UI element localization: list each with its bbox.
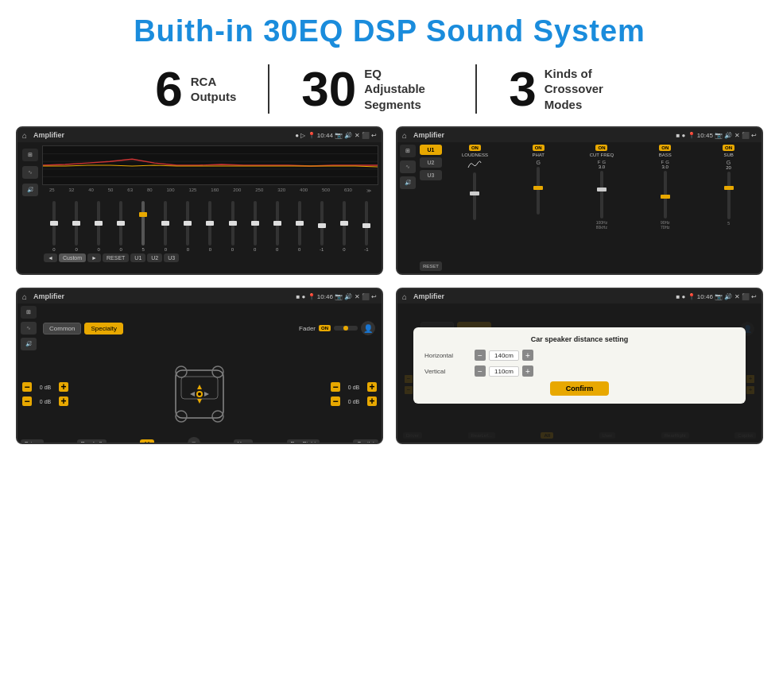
fader-icon-speaker[interactable]: 🔊	[21, 338, 37, 350]
preset-buttons: U1 U2 U3 RESET	[420, 145, 442, 271]
eq-slider-9[interactable]: 0	[223, 201, 243, 252]
profile-icon[interactable]: 👤	[361, 321, 375, 335]
crossover-icon-wave[interactable]: ∿	[400, 160, 416, 173]
home-icon-4[interactable]: ⌂	[402, 292, 407, 301]
eq-slider-11[interactable]: 0	[267, 201, 288, 252]
preset-u2[interactable]: U2	[420, 157, 442, 168]
btn-rearright[interactable]: RearRight	[287, 439, 320, 445]
stat-rca: 6 RCAOutputs	[123, 64, 269, 114]
stat-crossover: 3 Kinds ofCrossover Modes	[477, 64, 655, 114]
eq-slider-8[interactable]: 0	[200, 201, 220, 252]
crossover-icon-speaker[interactable]: 🔊	[400, 176, 416, 189]
eq-slider-1[interactable]: 0	[44, 201, 64, 252]
cutfreq-slider[interactable]	[600, 171, 603, 219]
svg-marker-12	[197, 385, 202, 389]
fader-label: Fader	[299, 325, 316, 332]
tab-common[interactable]: Common	[43, 323, 81, 335]
horizontal-stepper: − 140cm +	[475, 350, 533, 361]
eq-u2-btn[interactable]: U2	[147, 253, 162, 262]
fader-icon-settings[interactable]: ⊞	[21, 306, 37, 319]
eq-icon-settings[interactable]: ⊞	[22, 149, 38, 161]
crossover-params-area: ON LOUDNESS ON PHAT G	[444, 145, 759, 271]
eq-slider-10[interactable]: 0	[245, 201, 265, 252]
eq-slider-13[interactable]: -1	[312, 201, 332, 252]
eq-content: 2532405063 80100125160200 25032040050063…	[42, 145, 378, 272]
tab-specialty[interactable]: Specialty	[84, 323, 122, 335]
status-bar-3: ⌂ Amplifier ■ ● 📍 10:46 📷 🔊 ✕ ⬛ ↩	[17, 289, 382, 304]
home-icon-3[interactable]: ⌂	[22, 292, 27, 301]
status-bar-1: ⌂ Amplifier ● ▷ 📍 10:44 📷 🔊 ✕ ⬛ ↩	[17, 128, 382, 142]
car-diagram-area	[73, 354, 326, 434]
vol-plus-4[interactable]: +	[367, 396, 377, 406]
horizontal-minus[interactable]: −	[475, 350, 486, 361]
fader-body: ⊞ ∿ 🔊 Common Specialty Fader ON 👤	[17, 304, 382, 443]
vol-val-1: 0 dB	[34, 385, 56, 390]
app-title-4: Amplifier	[413, 292, 444, 300]
svg-point-11	[198, 393, 201, 396]
eq-u1-btn[interactable]: U1	[130, 253, 145, 262]
eq-reset-btn[interactable]: RESET	[103, 253, 129, 262]
eq-slider-6[interactable]: 0	[155, 201, 176, 252]
fader-slider-h[interactable]	[334, 326, 358, 331]
bass-slider[interactable]	[664, 171, 667, 219]
eq-slider-3[interactable]: 0	[88, 201, 109, 252]
eq-slider-15[interactable]: -1	[356, 201, 377, 252]
crossover-icon-settings[interactable]: ⊞	[400, 145, 416, 157]
horizontal-label: Horizontal	[424, 352, 468, 359]
eq-u3-btn[interactable]: U3	[164, 253, 179, 262]
btn-rearleft[interactable]: RearLeft	[77, 439, 107, 445]
vol-minus-2[interactable]: −	[22, 396, 32, 406]
eq-slider-14[interactable]: 0	[334, 201, 355, 252]
param-phat: ON PHAT G	[508, 145, 569, 271]
vol-minus-4[interactable]: −	[331, 396, 340, 406]
btn-copilot[interactable]: Copilot	[353, 439, 378, 445]
eq-play-btn[interactable]: ►	[87, 253, 101, 262]
svg-marker-13	[197, 399, 202, 404]
status-bar-2: ⌂ Amplifier ■ ● 📍 10:45 📷 🔊 ✕ ⬛ ↩	[397, 128, 762, 142]
status-bar-4: ⌂ Amplifier ■ ● 📍 10:46 📷 🔊 ✕ ⬛ ↩	[397, 289, 762, 304]
bass-label: BASS	[659, 153, 672, 157]
sub-val: 20	[726, 165, 731, 170]
btn-driver[interactable]: Driver	[21, 439, 44, 445]
eq-slider-4[interactable]: 0	[110, 201, 131, 252]
vol-minus-1[interactable]: −	[22, 382, 32, 392]
vol-plus-3[interactable]: +	[367, 382, 377, 392]
eq-preset-custom[interactable]: Custom	[59, 253, 86, 262]
loudness-slider[interactable]	[473, 172, 476, 220]
eq-icon-speaker[interactable]: 🔊	[22, 184, 38, 196]
btn-user[interactable]: User	[234, 439, 254, 445]
eq-prev-btn[interactable]: ◄	[44, 253, 57, 262]
eq-graph	[42, 145, 378, 185]
vol-left-2: − 0 dB +	[22, 396, 68, 406]
fader-center-expand[interactable]: ▼	[188, 437, 200, 444]
eq-slider-5[interactable]: 5	[133, 201, 153, 252]
vol-minus-3[interactable]: −	[331, 382, 340, 392]
horizontal-plus[interactable]: +	[522, 350, 533, 361]
app-title-2: Amplifier	[413, 131, 444, 139]
preset-u3[interactable]: U3	[420, 170, 442, 180]
cutfreq-label: CUT FREQ	[590, 153, 614, 157]
fader-icon-wave[interactable]: ∿	[21, 322, 37, 335]
home-icon-1[interactable]: ⌂	[22, 131, 27, 140]
vol-plus-2[interactable]: +	[59, 396, 68, 406]
reset-btn[interactable]: RESET	[420, 261, 442, 271]
eq-slider-12[interactable]: 0	[289, 201, 310, 252]
phat-slider[interactable]	[537, 167, 540, 215]
eq-slider-2[interactable]: 0	[66, 201, 87, 252]
sub-slider[interactable]	[727, 172, 731, 219]
stats-row: 6 RCAOutputs 30 EQ AdjustableSegments 3 …	[0, 58, 779, 126]
vertical-minus[interactable]: −	[475, 365, 486, 377]
vol-val-3: 0 dB	[343, 385, 365, 390]
preset-u1[interactable]: U1	[420, 145, 442, 155]
home-icon-2[interactable]: ⌂	[402, 131, 407, 140]
vol-plus-1[interactable]: +	[59, 382, 68, 392]
eq-icon-wave[interactable]: ∿	[22, 166, 38, 179]
eq-slider-7[interactable]: 0	[177, 201, 198, 252]
btn-all[interactable]: All	[140, 439, 154, 445]
loudness-label: LOUDNESS	[462, 153, 488, 157]
screen-crossover: ⌂ Amplifier ■ ● 📍 10:45 📷 🔊 ✕ ⬛ ↩ ⊞ ∿ 🔊 …	[396, 126, 763, 275]
confirm-button[interactable]: Confirm	[550, 381, 610, 396]
vertical-plus[interactable]: +	[522, 365, 533, 377]
sub-label: SUB	[723, 153, 733, 157]
bass-on-badge: ON	[659, 145, 671, 151]
